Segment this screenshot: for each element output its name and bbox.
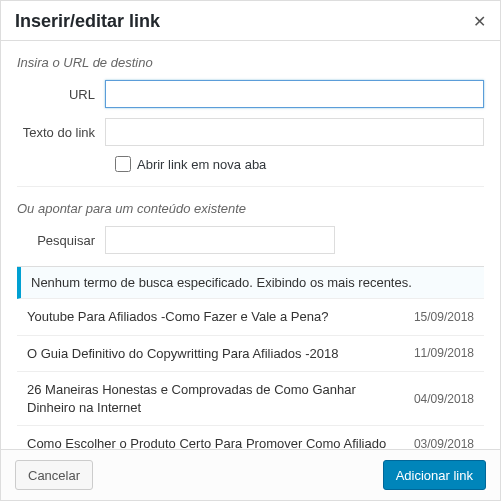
new-tab-checkbox[interactable] [115, 156, 131, 172]
link-text-label: Texto do link [17, 125, 105, 140]
close-icon[interactable]: ✕ [473, 14, 486, 30]
dialog-footer: Cancelar Adicionar link [1, 449, 500, 500]
url-row: URL [17, 80, 484, 108]
url-input[interactable] [105, 80, 484, 108]
search-label: Pesquisar [17, 233, 105, 248]
dialog-body: Insira o URL de destino URL Texto do lin… [1, 41, 500, 449]
result-title: O Guia Definitivo do Copywritting Para A… [27, 345, 338, 363]
link-text-input[interactable] [105, 118, 484, 146]
search-input[interactable] [105, 226, 335, 254]
new-tab-label: Abrir link em nova aba [137, 157, 266, 172]
result-date: 03/09/2018 [414, 437, 474, 449]
destination-hint: Insira o URL de destino [17, 55, 484, 70]
result-date: 11/09/2018 [414, 346, 474, 360]
result-title: Como Escolher o Produto Certo Para Promo… [27, 435, 386, 449]
insert-link-dialog: Inserir/editar link ✕ Insira o URL de de… [0, 0, 501, 501]
result-item[interactable]: Youtube Para Afiliados -Como Fazer e Val… [17, 299, 484, 336]
result-title: 26 Maneiras Honestas e Comprovadas de Co… [27, 381, 402, 416]
existing-content-hint: Ou apontar para um conteúdo existente [17, 186, 484, 216]
result-item[interactable]: O Guia Definitivo do Copywritting Para A… [17, 336, 484, 373]
link-text-row: Texto do link [17, 118, 484, 146]
search-notice: Nenhum termo de busca especificado. Exib… [17, 267, 484, 299]
add-link-button[interactable]: Adicionar link [383, 460, 486, 490]
result-item[interactable]: 26 Maneiras Honestas e Comprovadas de Co… [17, 372, 484, 426]
search-row: Pesquisar [17, 226, 484, 254]
results-list[interactable]: Nenhum termo de busca especificado. Exib… [17, 266, 484, 449]
result-item[interactable]: Como Escolher o Produto Certo Para Promo… [17, 426, 484, 449]
new-tab-row: Abrir link em nova aba [115, 156, 484, 172]
result-date: 15/09/2018 [414, 310, 474, 324]
dialog-title: Inserir/editar link [15, 11, 160, 32]
dialog-titlebar: Inserir/editar link ✕ [1, 1, 500, 41]
result-date: 04/09/2018 [414, 392, 474, 406]
cancel-button[interactable]: Cancelar [15, 460, 93, 490]
url-label: URL [17, 87, 105, 102]
result-title: Youtube Para Afiliados -Como Fazer e Val… [27, 308, 328, 326]
